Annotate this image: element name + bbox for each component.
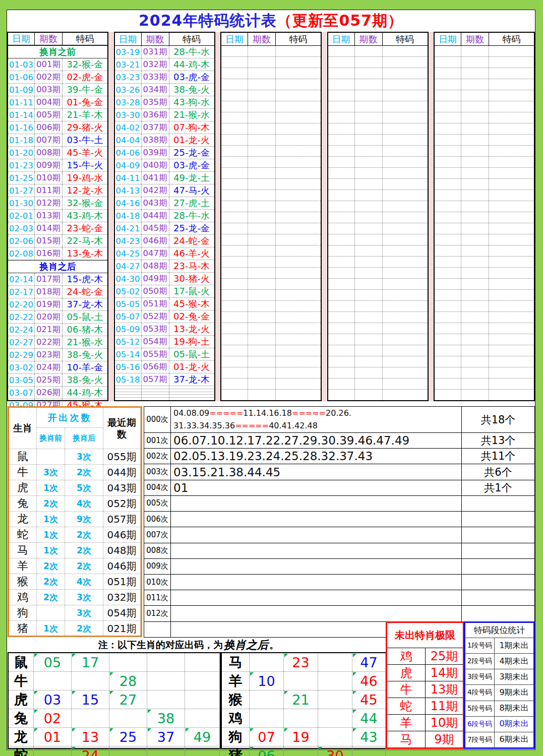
draw-row: 03-28035期43-狗-水 [115,96,214,109]
zodiac-stats-cell: 2次 [37,558,65,574]
date-cell: 01-30 [8,197,35,209]
special-code-cell [383,379,428,389]
period-cell: 023期 [35,349,63,361]
date-cell: 01-23 [8,159,35,171]
special-code-cell [489,379,534,389]
period-cell [248,356,276,367]
page-title: 2024年特码统计表（更新至057期） [7,10,535,31]
period-cell: 056期 [142,361,169,373]
date-cell [328,168,355,178]
draw-row [328,57,428,68]
draw-row [328,212,428,223]
zodiac-stats-cell: 9次 [65,512,103,527]
special-code-cell [276,290,321,300]
draw-row: 03-26034期38-兔-火 [115,84,214,96]
period-cell: 051期 [142,298,169,310]
missing-zodiac-periods: 11期 [426,698,463,714]
zodiac-stats-cell: 2次 [37,574,65,590]
segment-value: 3期未出 [495,669,533,684]
draw-row: 01-20008期45-羊-火 [8,147,107,159]
frequency-number-segment: 40.41.42.48 [269,421,318,430]
period-cell [355,345,383,356]
special-code-cell: 43-狗-水 [169,96,214,108]
special-code-cell: 15-虎-木 [63,273,107,285]
date-cell [435,190,461,201]
date-cell [221,179,248,190]
draw-table-header-cell: 日期 [8,33,35,45]
special-code-cell [489,146,534,156]
draw-row [435,112,534,123]
frequency-numbers-row [171,512,462,527]
zodiac-label: 鸡 [222,709,250,728]
draw-row: 04-11041期49-龙-土 [115,172,214,184]
special-code-cell: 03-虎-金 [169,159,214,171]
zodiac-code-cell: 21 [284,690,318,709]
page-title-main: 2024年特码统计表 [139,11,277,31]
special-code-cell [489,323,534,334]
zodiac-label: 马 [222,653,250,672]
period-cell [355,90,383,101]
period-cell: 052期 [142,310,169,323]
period-cell [355,301,383,311]
zodiac-stats-cell: 猴 [9,574,37,590]
period-cell [248,79,276,90]
period-cell [355,245,383,256]
date-cell: 02-01 [8,210,35,222]
period-cell [355,379,383,389]
draw-row [328,146,428,157]
period-cell: 048期 [142,260,169,272]
period-cell [461,390,489,400]
period-cell [355,390,383,400]
date-cell [328,223,355,234]
date-cell [221,57,248,68]
date-cell [115,386,142,389]
special-code-cell [276,212,321,223]
period-cell [142,398,169,400]
draw-row [435,101,534,112]
frequency-count: 共11个 [462,449,535,464]
special-code-cell: 44-鸡-木 [63,387,107,399]
frequency-number-segment: 20.26. [326,408,351,418]
special-code-cell [489,179,534,190]
date-cell: 01-09 [8,84,35,96]
draw-row [328,334,428,345]
missing-zodiac-name: 马 [387,731,426,747]
draw-row: 02-20019期37-龙-木 [8,298,107,311]
zodiac-code-cell: 38 [147,709,185,728]
period-cell: 033期 [142,71,169,83]
draw-row [435,279,534,290]
zodiac-code-cell: 46 [352,672,386,690]
draw-row: 04-25047期46-羊-火 [115,247,214,260]
frequency-label: 008次 [144,543,171,559]
draw-row [435,201,534,212]
date-cell [328,245,355,256]
frequency-numbers-row [171,527,462,543]
special-code-cell: 38-兔-火 [63,374,107,386]
draw-row [435,379,534,390]
period-cell: 011期 [35,184,63,197]
date-cell: 01-20 [8,147,35,159]
date-cell: 03-07 [8,387,35,399]
period-cell [461,157,489,167]
special-code-cell: 01-兔-金 [63,96,107,108]
frequency-count [462,496,535,512]
period-cell: 047期 [142,247,169,260]
period-cell [461,68,489,79]
draw-row: 04-18044期28-牛-水 [115,210,214,222]
note-highlight: 换肖之后 [223,638,269,653]
date-cell: 05-07 [115,310,142,323]
period-cell [355,57,383,68]
period-cell [355,268,383,278]
period-cell [248,312,276,323]
period-cell [461,268,489,278]
frequency-numbers-row: 03.15.21.38.44.45 [171,464,462,480]
period-cell: 038期 [142,134,169,146]
date-cell: 03-02 [8,361,35,373]
frequency-number-segment: ===== [292,408,326,418]
special-code-cell [276,223,321,234]
zodiac-code-cell: 03 [34,690,72,709]
special-code-cell [169,392,214,395]
zodiac-stats-cell: 1次 [37,527,65,543]
date-cell [328,212,355,223]
segment-stats-row: 7段号码6期未出 [465,732,533,747]
